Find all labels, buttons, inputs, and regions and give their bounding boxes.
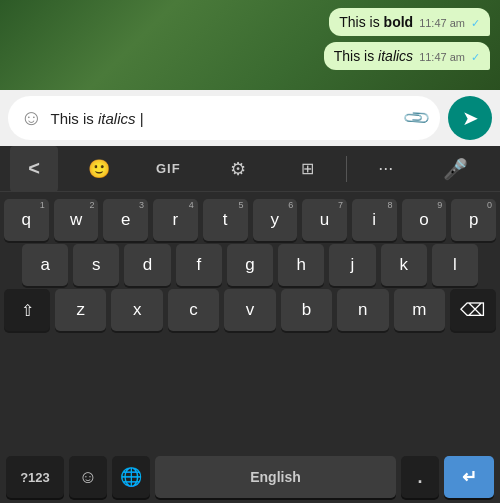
period-key[interactable]: . (401, 456, 439, 498)
input-inner: ☺ This is italics | 📎 (8, 96, 440, 140)
keyboard-toolbar: < 🙂 GIF ⚙ ⊞ ··· 🎤 (0, 146, 500, 192)
globe-icon: 🌐 (120, 466, 142, 488)
chat-area: This is bold 11:47 am ✓ This is italics … (0, 0, 500, 90)
key-m[interactable]: m (394, 289, 445, 331)
bubble-time-1: 11:47 am (419, 17, 465, 29)
key-row-2: a s d f g h j k l (4, 244, 496, 286)
shift-icon: ⇧ (21, 301, 34, 320)
key-g[interactable]: g (227, 244, 273, 286)
key-t[interactable]: 5t (203, 199, 248, 241)
key-row-1: 1q 2w 3e 4r 5t 6y 7u 8i 9o 0p (4, 196, 496, 244)
mic-button[interactable]: 🎤 (421, 146, 491, 192)
bottom-row: ?123 ☺ 🌐 English . ↵ (0, 451, 500, 503)
back-icon: < (28, 157, 40, 180)
spacebar-label: English (250, 469, 301, 485)
checkmark-2: ✓ (471, 51, 480, 64)
more-icon: ··· (378, 158, 393, 179)
send-arrow-icon: ➤ (462, 106, 479, 130)
keyboard-body: 1q 2w 3e 4r 5t 6y 7u 8i 9o 0p a s d f g … (0, 192, 500, 451)
key-l[interactable]: l (432, 244, 478, 286)
more-button[interactable]: ··· (351, 146, 421, 192)
key-y[interactable]: 6y (253, 199, 298, 241)
globe-key[interactable]: 🌐 (112, 456, 150, 498)
toolbar-divider (346, 156, 347, 182)
translate-button[interactable]: ⊞ (273, 146, 343, 192)
gif-label: GIF (156, 161, 181, 176)
period-label: . (417, 467, 422, 488)
enter-key[interactable]: ↵ (444, 456, 494, 498)
shift-key[interactable]: ⇧ (4, 289, 50, 331)
chat-bubble-1: This is bold 11:47 am ✓ (329, 8, 490, 36)
message-input[interactable]: This is italics | (50, 110, 398, 127)
spacebar-key[interactable]: English (155, 456, 396, 498)
keyboard-back-button[interactable]: < (10, 146, 58, 192)
key-f[interactable]: f (176, 244, 222, 286)
key-row-3: ⇧ z x c v b n m ⌫ (4, 286, 496, 334)
key-e[interactable]: 3e (103, 199, 148, 241)
chat-bubble-2: This is italics 11:47 am ✓ (324, 42, 490, 70)
settings-button[interactable]: ⚙ (203, 146, 273, 192)
key-w[interactable]: 2w (54, 199, 99, 241)
key-o[interactable]: 9o (402, 199, 447, 241)
backspace-key[interactable]: ⌫ (450, 289, 496, 331)
bubble-time-2: 11:47 am (419, 51, 465, 63)
key-r[interactable]: 4r (153, 199, 198, 241)
emoji-bottom-key[interactable]: ☺ (69, 456, 107, 498)
gif-button[interactable]: GIF (134, 146, 204, 192)
sticker-icon: 🙂 (88, 158, 110, 180)
key-d[interactable]: d (124, 244, 170, 286)
key-i[interactable]: 8i (352, 199, 397, 241)
mic-icon: 🎤 (443, 157, 468, 181)
num123-key[interactable]: ?123 (6, 456, 64, 498)
key-h[interactable]: h (278, 244, 324, 286)
emoji-icon[interactable]: ☺ (20, 105, 42, 131)
enter-icon: ↵ (462, 466, 477, 488)
key-b[interactable]: b (281, 289, 332, 331)
gear-icon: ⚙ (230, 158, 246, 180)
bubble-text-1: This is bold (339, 14, 413, 30)
num123-label: ?123 (20, 470, 50, 485)
key-j[interactable]: j (329, 244, 375, 286)
key-s[interactable]: s (73, 244, 119, 286)
emoji-bottom-icon: ☺ (79, 467, 97, 488)
key-q[interactable]: 1q (4, 199, 49, 241)
attach-icon[interactable]: 📎 (401, 102, 432, 133)
key-z[interactable]: z (55, 289, 106, 331)
key-v[interactable]: v (224, 289, 275, 331)
checkmark-1: ✓ (471, 17, 480, 30)
input-bar: ☺ This is italics | 📎 ➤ (0, 90, 500, 146)
send-button[interactable]: ➤ (448, 96, 492, 140)
translate-icon: ⊞ (301, 159, 314, 178)
key-c[interactable]: c (168, 289, 219, 331)
key-u[interactable]: 7u (302, 199, 347, 241)
key-k[interactable]: k (381, 244, 427, 286)
sticker-button[interactable]: 🙂 (64, 146, 134, 192)
key-p[interactable]: 0p (451, 199, 496, 241)
key-a[interactable]: a (22, 244, 68, 286)
backspace-icon: ⌫ (460, 299, 485, 321)
key-x[interactable]: x (111, 289, 162, 331)
bubble-text-2: This is italics (334, 48, 413, 64)
key-n[interactable]: n (337, 289, 388, 331)
